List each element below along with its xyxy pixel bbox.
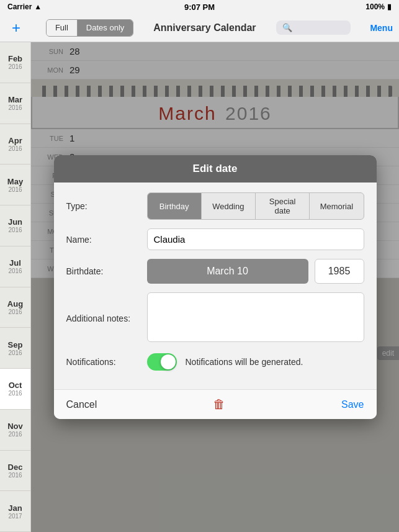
year-label: 2016	[8, 145, 22, 152]
sidebar-month-oct[interactable]: Oct2016	[0, 369, 30, 410]
sidebar-month-feb[interactable]: Feb2016	[0, 42, 30, 83]
year-label: 2016	[8, 349, 22, 356]
sidebar-month-jan[interactable]: Jan2017	[0, 491, 30, 532]
sidebar-month-aug[interactable]: Aug2016	[0, 287, 30, 328]
modal-title: Edit date	[193, 163, 238, 174]
sidebar-month-jul[interactable]: Jul2016	[0, 246, 30, 287]
notifications-text: Notifications will be generated.	[186, 357, 303, 367]
app-title: Anniversary Calendar	[153, 22, 256, 34]
month-abbr: Dec	[8, 462, 23, 472]
month-abbr: Apr	[8, 136, 22, 145]
sidebar-month-jun[interactable]: Jun2016	[0, 205, 30, 246]
edit-date-modal: Edit date Type: BirthdayWeddingSpecial d…	[54, 155, 377, 419]
month-abbr: Jul	[9, 258, 21, 268]
birthdate-row: Birthdate: March 10 1985	[66, 259, 364, 284]
type-selector: BirthdayWeddingSpecial dateMemorial	[147, 192, 364, 220]
notes-textarea[interactable]	[147, 292, 364, 342]
status-bar: Carrier ▲ 9:07 PM 100% ▮	[0, 0, 399, 14]
year-label: 2016	[8, 186, 22, 193]
type-option-special-date[interactable]: Special date	[255, 193, 309, 219]
year-picker-button[interactable]: 1985	[315, 259, 364, 284]
year-label: 2016	[8, 63, 22, 70]
name-input[interactable]	[147, 228, 364, 250]
battery-label: 100%	[365, 2, 385, 11]
year-label: 2016	[8, 268, 22, 274]
wifi-icon: ▲	[34, 2, 42, 11]
type-option-birthday[interactable]: Birthday	[148, 193, 201, 219]
year-label: 2016	[8, 472, 22, 479]
battery-icon: ▮	[387, 2, 392, 11]
modal-header: Edit date	[54, 155, 377, 183]
save-button[interactable]: Save	[341, 399, 364, 410]
view-mode-control: Full Dates only	[46, 19, 133, 37]
sidebar-month-may[interactable]: May2016	[0, 165, 30, 205]
year-label: 2016	[8, 390, 22, 397]
cancel-button[interactable]: Cancel	[66, 399, 97, 410]
month-abbr: Jun	[8, 217, 22, 227]
month-abbr: Aug	[7, 299, 23, 309]
modal-body: Type: BirthdayWeddingSpecial dateMemoria…	[54, 183, 377, 389]
main-layout: Feb2016Mar2016Apr2016May2016Jun2016Jul20…	[0, 42, 399, 532]
sidebar-month-mar[interactable]: Mar2016	[0, 83, 30, 124]
type-label: Type:	[66, 201, 147, 211]
birthdate-controls: March 10 1985	[147, 259, 364, 284]
type-option-wedding[interactable]: Wedding	[201, 193, 255, 219]
notifications-row: Notifications: Notifications will be gen…	[66, 353, 364, 371]
sidebar-month-apr[interactable]: Apr2016	[0, 124, 30, 165]
month-sidebar: Feb2016Mar2016Apr2016May2016Jun2016Jul20…	[0, 42, 31, 532]
notes-label: Additional notes:	[66, 313, 147, 323]
month-abbr: Oct	[9, 381, 22, 390]
sidebar-month-sep[interactable]: Sep2016	[0, 328, 30, 369]
month-abbr: Mar	[8, 95, 22, 104]
modal-overlay: Edit date Type: BirthdayWeddingSpecial d…	[31, 42, 399, 532]
year-label: 2016	[8, 431, 22, 438]
add-button[interactable]: +	[6, 18, 26, 38]
full-view-button[interactable]: Full	[47, 20, 77, 36]
month-abbr: Sep	[8, 340, 23, 349]
month-abbr: May	[7, 177, 23, 186]
toggle-knob	[161, 354, 176, 369]
carrier-label: Carrier	[7, 2, 32, 11]
delete-button[interactable]: 🗑	[213, 397, 225, 412]
notifications-control: Notifications will be generated.	[147, 353, 364, 371]
notes-row: Additional notes:	[66, 292, 364, 345]
month-abbr: Nov	[7, 422, 23, 431]
modal-footer: Cancel 🗑 Save	[54, 389, 377, 419]
date-picker-button[interactable]: March 10	[147, 259, 308, 284]
nav-bar: + Full Dates only Anniversary Calendar M…	[0, 14, 399, 42]
notifications-label: Notifications:	[66, 357, 147, 367]
month-abbr: Jan	[8, 503, 22, 513]
type-option-memorial[interactable]: Memorial	[309, 193, 363, 219]
search-input[interactable]	[276, 20, 351, 35]
notifications-toggle[interactable]	[147, 353, 177, 371]
year-label: 2016	[8, 309, 22, 315]
year-label: 2017	[8, 513, 22, 520]
name-label: Name:	[66, 235, 147, 245]
name-row: Name:	[66, 228, 364, 250]
time-label: 9:07 PM	[184, 2, 215, 12]
type-row: Type: BirthdayWeddingSpecial dateMemoria…	[66, 192, 364, 220]
year-label: 2016	[8, 227, 22, 233]
year-label: 2016	[8, 104, 22, 111]
sidebar-month-dec[interactable]: Dec2016	[0, 451, 30, 492]
sidebar-month-nov[interactable]: Nov2016	[0, 410, 30, 451]
birthdate-label: Birthdate:	[66, 266, 147, 276]
month-abbr: Feb	[8, 54, 22, 63]
menu-button[interactable]: Menu	[370, 23, 393, 33]
dates-only-button[interactable]: Dates only	[78, 20, 133, 36]
content-area: SUN28MON29 March 2016 TUE1WED2 Edit date	[31, 42, 399, 532]
